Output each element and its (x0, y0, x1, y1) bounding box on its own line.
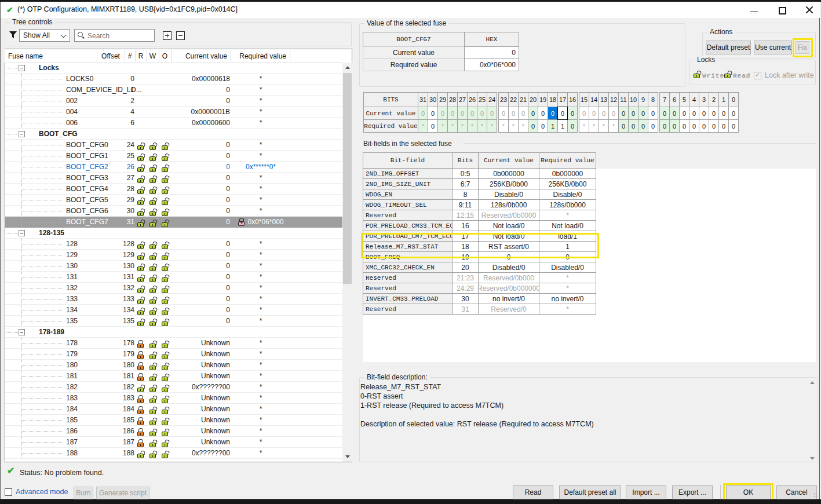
tree-row-BOOT_CFG5[interactable]: BOOT_CFG5290* (5, 195, 342, 206)
bitfield-required-value[interactable]: load/1 (539, 231, 596, 242)
current-bit-7[interactable]: 0 (659, 107, 670, 120)
read-button[interactable]: Read (513, 485, 553, 499)
required-bit-26[interactable]: * (467, 119, 477, 133)
current-bit-17[interactable]: 0 (557, 107, 568, 120)
current-value-field[interactable]: 0 (464, 46, 519, 59)
bitfield-row-Release_M7_RST_STAT[interactable]: Release_M7_RST_STAT18RST assert/01 (363, 241, 596, 252)
tree-row-134[interactable]: 1341340* (5, 305, 342, 316)
scroll-up-icon[interactable] (810, 381, 815, 384)
burn-button[interactable]: Burn (74, 487, 93, 499)
bitfield-current-value[interactable]: Reserved/0b000000 (478, 283, 539, 294)
required-bit-16[interactable]: 0 (567, 119, 578, 133)
required-bit-19[interactable]: 0 (538, 119, 548, 133)
required-bit-11[interactable]: 0 (618, 119, 629, 133)
lock-after-write-checkbox[interactable] (754, 72, 761, 79)
required-bit-3[interactable]: 0 (699, 119, 709, 133)
bitfield-required-value[interactable]: Disabled/0 (539, 262, 596, 273)
scroll-up-icon[interactable] (342, 63, 352, 72)
export-button[interactable]: Export ... (672, 485, 713, 499)
bitfield-required-value[interactable]: 0b000000 (539, 168, 596, 179)
current-bit-16[interactable]: 0 (567, 107, 578, 120)
bitfield-row-Reserved[interactable]: Reserved24:29Reserved/0b000000* (363, 283, 596, 294)
collapse-expander-icon[interactable] (19, 329, 25, 335)
bitfield-row-XMC_CRC32_CHECK_EN[interactable]: XMC_CRC32_CHECK_EN20Disabled/0Disabled/0 (363, 262, 596, 273)
bitfield-row-BOOT_FREQ[interactable]: BOOT_FREQ1900 (363, 251, 596, 262)
tree-row-183[interactable]: 183183Unknown* (5, 393, 342, 404)
current-bit-3[interactable]: 0 (699, 107, 709, 120)
tree-row-130[interactable]: 1301300* (5, 261, 342, 272)
bitfield-required-value[interactable]: 128s/0b000 (539, 199, 596, 210)
col-r[interactable]: R (135, 49, 147, 63)
current-bit-20[interactable]: 0 (528, 107, 538, 120)
bitfield-row-Reserved[interactable]: Reserved12:15Reserved/0b0000* (363, 210, 596, 221)
bitfield-row-POR_PRELOAD_CM33_TCM_ECC[interactable]: POR_PRELOAD_CM33_TCM_ECC16Not load/0Not … (363, 220, 596, 231)
tree-row-182[interactable]: 1821820x??????00* (5, 382, 342, 393)
advanced-mode-label[interactable]: Advanced mode (16, 488, 68, 496)
tree-row-181[interactable]: 181181Unknown* (5, 371, 342, 382)
current-bit-24[interactable]: 0 (487, 107, 497, 120)
tree-row-132[interactable]: 1321320* (5, 283, 342, 294)
bitfield-required-value[interactable]: Disable/0 (539, 189, 596, 200)
tree-row-004[interactable]: 00440x0000001B* (5, 107, 342, 118)
tree-row-180[interactable]: 180180Unknown* (5, 360, 342, 371)
required-bit-9[interactable]: 0 (638, 119, 648, 133)
required-bit-27[interactable]: * (457, 119, 468, 133)
bitfield-current-value[interactable]: Disabled/0 (478, 262, 539, 273)
tree-row-187[interactable]: 187187Unknown* (5, 437, 342, 448)
tree-row-131[interactable]: 1311310* (5, 272, 342, 283)
tree-scrollbar[interactable] (342, 63, 352, 462)
required-bit-10[interactable]: 0 (628, 119, 638, 133)
required-bit-17[interactable]: 1 (557, 119, 568, 133)
tree-row-186[interactable]: 186186Unknown* (5, 426, 342, 437)
tree-row-135[interactable]: 1351350* (5, 316, 342, 327)
bitfield-current-value[interactable]: Not load/0 (478, 220, 539, 231)
tree-group-178-189[interactable]: 178-189 (5, 327, 342, 338)
tree-row-179[interactable]: 179179Unknown* (5, 349, 342, 360)
bitfield-required-value[interactable]: * (539, 304, 596, 315)
current-bit-19[interactable]: 0 (538, 107, 548, 120)
default-preset-button[interactable]: Default preset (706, 41, 751, 54)
required-bit-25[interactable]: * (477, 119, 487, 133)
bitfield-row-2ND_IMG_OFFSET[interactable]: 2ND_IMG_OFFSET0:50b0000000b000000 (363, 168, 596, 179)
tree-group-128-135[interactable]: 128-135 (5, 228, 342, 239)
maximize-button[interactable] (779, 7, 786, 14)
current-bit-28[interactable]: 0 (447, 107, 458, 120)
bitfield-row-Reserved[interactable]: Reserved21:23Reserved/0b000* (363, 272, 596, 283)
tree-row-133[interactable]: 1331330* (5, 294, 342, 305)
required-bit-5[interactable]: 0 (679, 119, 689, 133)
col-current-value[interactable]: Current value (171, 49, 227, 63)
col-w[interactable]: W (147, 49, 159, 63)
current-bit-2[interactable]: 0 (709, 107, 719, 120)
bitfield-current-value[interactable]: 0b000000 (478, 168, 539, 179)
tree-row-129[interactable]: 1291290* (5, 250, 342, 261)
current-bit-14[interactable]: 0 (589, 107, 599, 120)
current-bit-18[interactable]: 0 (548, 107, 558, 120)
current-bit-0[interactable]: 0 (728, 107, 739, 120)
tree-row-184[interactable]: 184184Unknown* (5, 404, 342, 415)
current-bit-10[interactable]: 0 (628, 107, 638, 120)
expand-all-button[interactable] (163, 31, 172, 40)
required-bit-8[interactable]: 0 (648, 119, 658, 133)
import-button[interactable]: Import ... (626, 485, 666, 499)
tree-row-BOOT_CFG1[interactable]: BOOT_CFG1250* (5, 151, 342, 162)
use-current-button[interactable]: Use current (754, 41, 792, 54)
tree-row-BOOT_CFG2[interactable]: BOOT_CFG22600x******0* (5, 162, 342, 173)
collapse-expander-icon[interactable] (19, 131, 25, 137)
bitfield-required-value[interactable]: * (539, 283, 596, 294)
required-bit-15[interactable]: * (579, 119, 589, 133)
required-bit-21[interactable]: * (518, 119, 528, 133)
required-bit-1[interactable]: 0 (718, 119, 729, 133)
bitfield-current-value[interactable]: 256KB/0b00 (478, 178, 539, 189)
bitfield-current-value[interactable]: 128s/0b000 (478, 199, 539, 210)
required-bit-12[interactable]: * (608, 119, 619, 133)
tree-group-BOOT_CFG[interactable]: BOOT_CFG (5, 129, 342, 140)
bitfield-row-2ND_IMG_SIZE_UNIT[interactable]: 2ND_IMG_SIZE_UNIT6:7256KB/0b00256KB/0b00 (363, 178, 596, 189)
bitfield-current-value[interactable]: 0 (478, 251, 539, 262)
required-bit-4[interactable]: 0 (689, 119, 699, 133)
current-bit-29[interactable]: 0 (437, 107, 448, 120)
scroll-down-icon[interactable] (810, 457, 815, 460)
tree-group-Locks[interactable]: Locks (5, 63, 342, 74)
advanced-mode-checkbox[interactable] (5, 488, 12, 496)
current-bit-22[interactable]: 0 (508, 107, 519, 120)
filter-dropdown[interactable]: Show All (19, 29, 70, 42)
